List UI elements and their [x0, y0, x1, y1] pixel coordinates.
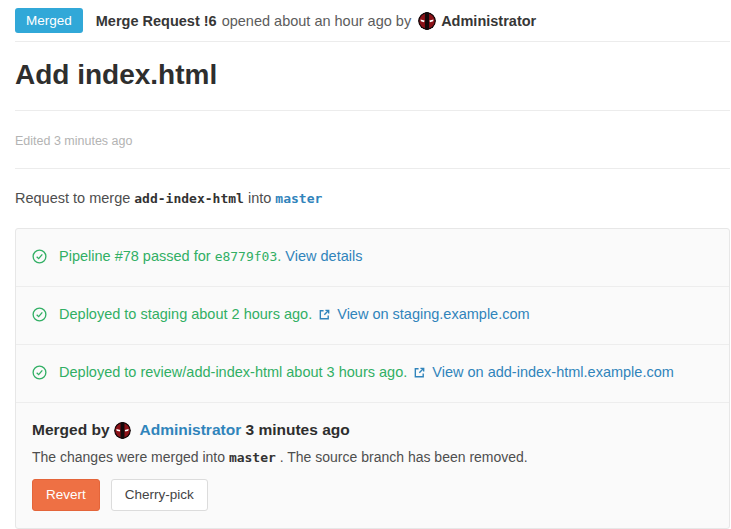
- opened-timestamp: opened about an hour ago by: [222, 13, 411, 29]
- page-title: Add index.html: [15, 58, 730, 91]
- edited-row: Edited 3 minutes ago: [15, 111, 730, 169]
- check-circle-icon: [32, 365, 47, 385]
- into-text: into: [248, 190, 271, 206]
- author-name-link[interactable]: Administrator: [441, 13, 536, 29]
- mr-reference: Merge Request !6: [96, 13, 217, 29]
- cherry-pick-button[interactable]: Cherry-pick: [111, 479, 208, 511]
- edited-timestamp: Edited 3 minutes ago: [15, 134, 132, 148]
- deployment-text: Deployed to staging about 2 hours ago.: [59, 306, 312, 322]
- author-avatar[interactable]: [418, 12, 436, 30]
- merged-by-label: Merged by: [32, 421, 110, 438]
- merged-state-section: Merged by Administrator 3 minutes ago Th…: [16, 403, 729, 528]
- view-details-link[interactable]: View details: [285, 248, 362, 264]
- check-circle-icon: [32, 249, 47, 269]
- pipeline-period: .: [277, 248, 281, 264]
- mr-status-header: Merged Merge Request !6 opened about an …: [15, 0, 730, 42]
- source-branch: add-index-html: [134, 191, 244, 206]
- merged-state-badge: Merged: [15, 8, 83, 33]
- merger-name-link[interactable]: Administrator: [140, 421, 242, 438]
- deployment-text: Deployed to review/add-index-html about …: [59, 364, 407, 380]
- view-environment-link[interactable]: View on add-index-html.example.com: [432, 364, 674, 380]
- check-circle-icon: [32, 307, 47, 327]
- merged-body-text: The changes were merged into master . Th…: [32, 449, 713, 465]
- merged-time: 3 minutes ago: [246, 421, 350, 438]
- target-branch-link[interactable]: master: [275, 191, 322, 206]
- view-environment-link[interactable]: View on staging.example.com: [337, 306, 529, 322]
- deployment-row-review: Deployed to review/add-index-html about …: [16, 345, 729, 403]
- pipeline-status-row: Pipeline #78 passed for e8779f03. View d…: [16, 229, 729, 287]
- external-link-icon: [413, 364, 426, 384]
- revert-button[interactable]: Revert: [32, 479, 100, 511]
- request-to-merge-row: Request to merge add-index-html into mas…: [15, 169, 730, 228]
- merge-request-page: Merged Merge Request !6 opened about an …: [0, 0, 731, 529]
- merged-body-after: . The source branch has been removed.: [280, 449, 528, 465]
- merged-body-before: The changes were merged into: [32, 449, 225, 465]
- merged-target-branch: master: [229, 450, 276, 465]
- pipeline-sha[interactable]: e8779f03: [215, 249, 278, 264]
- pipeline-status-text: Pipeline #78 passed for: [59, 248, 211, 264]
- title-row: Add index.html: [15, 42, 730, 111]
- external-link-icon: [318, 306, 331, 326]
- merged-by-line: Merged by Administrator 3 minutes ago: [32, 419, 713, 441]
- mr-widget: Pipeline #78 passed for e8779f03. View d…: [15, 228, 730, 529]
- merged-actions: Revert Cherry-pick: [32, 479, 713, 511]
- request-prefix: Request to merge: [15, 190, 130, 206]
- deployment-row-staging: Deployed to staging about 2 hours ago. V…: [16, 287, 729, 345]
- merger-avatar[interactable]: [114, 422, 131, 439]
